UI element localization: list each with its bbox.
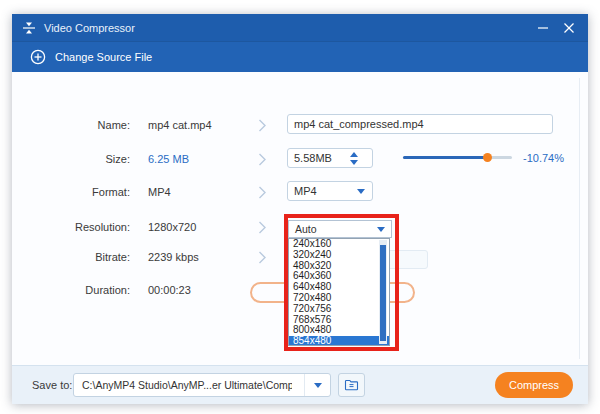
name-source-value: mp4 cat.mp4 [148, 119, 212, 131]
size-slider[interactable] [403, 156, 512, 159]
size-label: Size: [32, 153, 130, 165]
save-path-value: C:\AnyMP4 Studio\AnyMP...er Ultimate\Com… [82, 379, 292, 391]
format-label: Format: [32, 186, 130, 198]
chevron-right-icon [258, 220, 267, 238]
change-source-file-button[interactable]: Change Source File [30, 49, 152, 65]
save-to-label: Save to: [32, 379, 72, 391]
compress-button[interactable]: Compress [495, 372, 573, 398]
slider-handle[interactable] [483, 153, 492, 162]
save-path-dropdown[interactable]: C:\AnyMP4 Studio\AnyMP...er Ultimate\Com… [73, 373, 331, 397]
format-selected-value: MP4 [294, 185, 317, 197]
duration-source-value: 00:00:23 [148, 284, 191, 296]
folder-icon [344, 379, 359, 391]
chevron-down-icon [314, 383, 322, 388]
spin-up-icon[interactable] [350, 152, 358, 157]
slider-fill [403, 156, 487, 159]
resolution-source-value: 1280x720 [148, 221, 196, 233]
resolution-label: Resolution: [32, 221, 130, 233]
path-dropdown-arrow[interactable] [304, 374, 330, 396]
change-source-file-label: Change Source File [55, 51, 152, 63]
chevron-down-icon [357, 189, 365, 194]
duration-label: Duration: [32, 284, 130, 296]
settings-panel: Name: mp4 cat.mp4 Size: 6.25 MB -10.74% … [12, 72, 588, 365]
name-label: Name: [32, 119, 130, 131]
title-bar: Video Compressor [12, 14, 588, 41]
chevron-right-icon [258, 118, 267, 136]
annotation-highlight-box [284, 214, 399, 351]
footer-bar: Save to: C:\AnyMP4 Studio\AnyMP...er Ult… [12, 365, 588, 404]
chevron-right-icon [258, 250, 267, 268]
window-title: Video Compressor [44, 22, 135, 34]
name-input[interactable] [287, 114, 553, 134]
bitrate-source-value: 2239 kbps [148, 251, 199, 263]
open-folder-button[interactable] [338, 373, 365, 397]
size-input[interactable] [287, 148, 373, 168]
compress-icon [22, 21, 36, 35]
size-reduction-percent: -10.74% [523, 152, 564, 164]
close-button[interactable] [560, 19, 578, 37]
source-header: Change Source File [12, 41, 588, 72]
minimize-button[interactable] [534, 19, 552, 37]
video-compressor-window: Video Compressor Change Sou [12, 14, 588, 404]
format-dropdown[interactable]: MP4 [287, 181, 373, 201]
bitrate-label: Bitrate: [32, 251, 130, 263]
format-source-value: MP4 [148, 186, 171, 198]
content-divider [579, 78, 580, 359]
chevron-right-icon [258, 185, 267, 203]
spin-down-icon[interactable] [350, 160, 358, 165]
chevron-right-icon [258, 152, 267, 170]
size-source-value: 6.25 MB [148, 153, 189, 165]
circle-plus-icon [30, 49, 46, 65]
